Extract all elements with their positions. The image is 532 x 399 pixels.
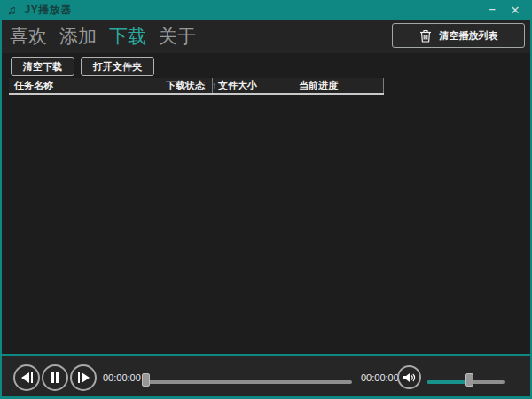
volume-slider[interactable]	[427, 356, 505, 398]
column-header-download-status-label: 下载状态	[166, 79, 205, 92]
tab-favorites[interactable]: 喜欢	[10, 24, 47, 49]
nav-bar: 喜欢 添加 下载 关于 清空播放列表	[2, 20, 530, 53]
previous-icon-bar	[31, 372, 33, 383]
previous-track-button[interactable]	[13, 364, 40, 391]
column-header-progress[interactable]: 当前进度	[293, 78, 384, 93]
trash-icon	[419, 29, 432, 43]
clear-playlist-button[interactable]: 清空播放列表	[392, 23, 525, 48]
window-title: JY播放器	[25, 3, 72, 18]
progress-handle[interactable]	[142, 373, 150, 387]
pause-icon-bar2	[56, 372, 59, 383]
minimize-button[interactable]: –	[481, 0, 504, 20]
clear-download-button[interactable]: 清空下载	[11, 57, 74, 76]
pause-icon	[51, 372, 54, 383]
volume-button[interactable]	[397, 365, 421, 389]
music-note-icon: ♫	[7, 4, 17, 16]
tab-add[interactable]: 添加	[59, 24, 97, 49]
download-toolbar: 清空下载 打开文件夹	[11, 57, 154, 76]
clear-playlist-label: 清空播放列表	[440, 29, 498, 43]
open-folder-button[interactable]: 打开文件夹	[81, 57, 154, 76]
column-header-task-name[interactable]: 任务名称	[9, 78, 160, 93]
next-icon	[82, 372, 90, 383]
column-header-download-status[interactable]: 下载状态 ↑	[160, 78, 212, 93]
speaker-icon	[403, 372, 416, 384]
column-header-file-size[interactable]: 文件大小	[212, 78, 293, 93]
volume-handle[interactable]	[466, 373, 473, 387]
close-button[interactable]: ✕	[504, 0, 527, 20]
pause-button[interactable]	[42, 364, 68, 391]
total-time: 00:00:00	[361, 372, 399, 383]
progress-track[interactable]	[142, 380, 352, 384]
app-window: ♫ JY播放器 – ✕ 喜欢 添加 下载 关于 清空播放列表	[0, 0, 532, 399]
download-table-header: 任务名称 下载状态 ↑ 文件大小 当前进度	[9, 78, 384, 95]
title-bar: ♫ JY播放器 – ✕	[0, 0, 532, 20]
player-bar: 00:00:00 00:00:00	[2, 354, 530, 396]
tab-about[interactable]: 关于	[159, 24, 196, 49]
download-panel: 清空下载 打开文件夹 任务名称 下载状态 ↑ 文件大小 当前进度	[2, 53, 530, 355]
next-track-button[interactable]	[70, 364, 97, 391]
previous-icon	[21, 372, 29, 383]
progress-slider[interactable]	[142, 356, 352, 398]
next-icon-bar	[78, 372, 80, 383]
elapsed-time: 00:00:00	[103, 372, 141, 383]
tab-download[interactable]: 下载	[109, 24, 146, 49]
volume-fill	[427, 380, 470, 384]
